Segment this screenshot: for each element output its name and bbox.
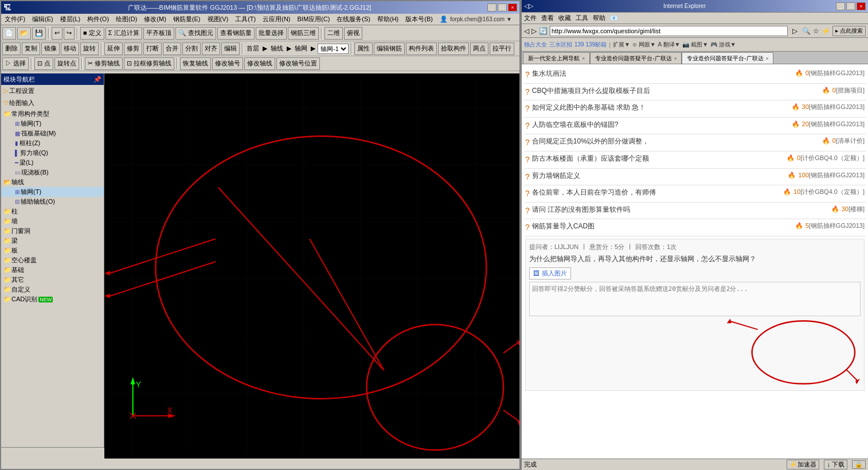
toolbar-element-list[interactable]: 构件列表 — [406, 42, 437, 55]
sidebar-item-axis-group[interactable]: 📂 轴线 — [1, 177, 104, 187]
menu-tools[interactable]: 工具(T) — [233, 14, 258, 24]
sidebar-item-beam-group[interactable]: 📁 梁 — [1, 236, 104, 246]
qa-item-1[interactable]: ? 集水坑画法 🔥 0 [钢筋抽样GGJ2013] — [524, 67, 866, 84]
toolbar-delete[interactable]: 删除 — [2, 42, 21, 55]
menu-help[interactable]: 帮助(H) — [375, 14, 401, 24]
sidebar-item-foundation[interactable]: 📁 基础 — [1, 265, 104, 275]
toolbar-rebar-3d[interactable]: 钢筋三维 — [288, 27, 319, 40]
menu-online[interactable]: 在线服务(S) — [334, 14, 373, 24]
sidebar-item-shear-wall[interactable]: ▌ 剪力墙(Q) — [1, 148, 104, 158]
toolbar-copy[interactable]: 复制 — [22, 42, 40, 55]
toolbar-rotate-point[interactable]: 旋转点 — [54, 57, 79, 70]
browser-maximize[interactable]: □ — [846, 2, 855, 10]
accelerate-btn[interactable]: ⚡加速器 — [787, 460, 819, 469]
toolbar-point[interactable]: ⊡ 点 — [34, 57, 53, 70]
sidebar-item-common[interactable]: 📁 常用构件类型 — [1, 109, 104, 119]
single-component-input[interactable]: 单构件输入 — [1, 447, 104, 459]
qa-item-6[interactable]: ? 防古木板楼面（承重）应该套哪个定额 🔥 0 [计价GBQ4.0（定额）] — [524, 152, 866, 169]
tool-139[interactable]: 139 139邮箱 — [574, 41, 607, 49]
browser-refresh-btn[interactable]: 🔄 — [539, 27, 548, 35]
toolbar-select[interactable]: ▷ 选择 — [2, 57, 29, 70]
sidebar-pin[interactable]: 📌 — [93, 76, 101, 83]
toolbar-find[interactable]: 🔍 查找图元 — [175, 27, 216, 40]
close-button[interactable]: × — [508, 3, 517, 11]
toolbar-merge[interactable]: 合并 — [163, 42, 181, 55]
toolbar-batch-select[interactable]: 批量选择 — [256, 27, 287, 40]
menu-version[interactable]: 版本号(B) — [403, 14, 435, 24]
menu-cloud[interactable]: 云应用(N) — [260, 14, 292, 24]
sidebar-item-other[interactable]: 📁 其它 — [1, 275, 104, 285]
toolbar-flatten[interactable]: 平齐板顶 — [143, 27, 174, 40]
sidebar-item-aux-axis[interactable]: ⊟ 辅助轴线(O) — [1, 197, 104, 207]
minimize-button[interactable]: _ — [487, 3, 496, 11]
tab2-close[interactable]: × — [674, 56, 677, 61]
bmenu-help[interactable]: 帮助 — [593, 14, 605, 22]
toolbar-edit-rebar2[interactable]: 编辑钢筋 — [374, 42, 405, 55]
toolbar-undo[interactable]: ↩ — [52, 27, 62, 40]
sidebar-project-header[interactable]: ▷ 工程设置 — [1, 86, 104, 96]
tool-sanshui[interactable]: 三水区招 — [549, 41, 572, 49]
toolbar-trim[interactable]: 修剪 — [124, 42, 142, 55]
address-input[interactable] — [550, 26, 788, 36]
toolbar-move[interactable]: 移动 — [61, 42, 79, 55]
qa-item-9[interactable]: ? 请问 江苏的没有图形算量软件吗 🔥 30 [楼梯] — [524, 203, 866, 220]
sidebar-item-slab-group[interactable]: 📁 板 — [1, 246, 104, 255]
toolbar-drag-trim[interactable]: ⊡ 拉框修剪轴线 — [124, 57, 174, 70]
insert-image-button[interactable]: 🖼 插入图片 — [529, 267, 571, 279]
tool-games[interactable]: 🎮 游戏▼ — [710, 41, 736, 49]
tool-extend[interactable]: 扩展▼ — [613, 41, 630, 49]
addr-go-btn[interactable]: ▷ — [790, 27, 800, 35]
bmenu-email[interactable]: 📧 — [610, 14, 618, 22]
toolbar-property[interactable]: 属性 — [354, 42, 373, 55]
tool-net[interactable]: ⊙ 网眼▼ — [632, 41, 656, 49]
toolbar-split[interactable]: 分割 — [182, 42, 201, 55]
toolbar-edit-rebar[interactable]: 编辑 — [221, 42, 240, 55]
sidebar-item-cad[interactable]: 📁 CAD识别 NEW — [1, 294, 104, 304]
canvas-area[interactable]: Y X — [104, 73, 519, 459]
toolbar-pick[interactable]: 拾取构件 — [438, 42, 469, 55]
toolbar-define[interactable]: ■ 定义 — [80, 27, 104, 40]
menu-draw[interactable]: 绘图(D) — [114, 14, 139, 24]
browser-tab-3[interactable]: 专业造价问题答疑平台-广联达 × — [682, 52, 773, 64]
toolbar-parallel[interactable]: 拉平行 — [490, 42, 514, 55]
toolbar-modify-axis-line[interactable]: 修改轴线 — [244, 57, 275, 70]
menu-view[interactable]: 视图(V) — [205, 14, 231, 24]
browser-minimize[interactable]: _ — [836, 2, 845, 10]
bmenu-view[interactable]: 查看 — [541, 14, 554, 22]
toolbar-view-rebar[interactable]: 查看钢筋量 — [217, 27, 255, 40]
sidebar-draw-header[interactable]: ▽ 绘图输入 — [1, 98, 104, 108]
sidebar-item-custom[interactable]: 📁 自定义 — [1, 285, 104, 294]
sidebar-item-wall-group[interactable]: 📁 墙 — [1, 216, 104, 226]
qa-item-4[interactable]: ? 人防临空墙在底板中的锚固? 🔥 20 [钢筋抽样GGJ2013] — [524, 118, 866, 135]
toolbar-break[interactable]: 打断 — [143, 42, 162, 55]
answer-textarea[interactable] — [529, 282, 861, 316]
qa-item-7[interactable]: ? 剪力墙钢筋定义 🔥 100 [钢筋抽样GGJ2013] — [524, 169, 866, 186]
browser-nav-forward[interactable]: ▷ — [529, 2, 533, 10]
toolbar-two-points[interactable]: 两点 — [470, 42, 488, 55]
toolbar-extend[interactable]: 延伸 — [104, 42, 123, 55]
star-icon[interactable]: ☆ — [813, 27, 819, 35]
bmenu-bookmarks[interactable]: 收藏 — [558, 14, 571, 22]
download-btn[interactable]: ↓ 下载 — [824, 460, 847, 469]
toolbar-rotate[interactable]: 旋转 — [80, 42, 99, 55]
toolbar-new[interactable]: 📄 — [2, 27, 16, 40]
sidebar-item-hollow[interactable]: 📁 空心楼盖 — [1, 255, 104, 265]
tool-screenshot[interactable]: 📷 截图▼ — [682, 41, 708, 49]
qa-item-3[interactable]: ? 如何定义此图中的条形基础 求助 急！ 🔥 30 [钢筋抽样GGJ2013] — [524, 100, 866, 118]
bmenu-tools[interactable]: 工具 — [576, 14, 588, 22]
tool-all[interactable]: 独占大全 — [524, 41, 547, 49]
toolbar-2d[interactable]: 二维 — [324, 27, 343, 40]
menu-element[interactable]: 构件(O) — [85, 14, 111, 24]
toolbar-modify-num[interactable]: 修改轴号 — [212, 57, 243, 70]
toolbar-restore-axis[interactable]: 恢复轴线 — [180, 57, 211, 70]
menu-rebar[interactable]: 钢筋量(E) — [171, 14, 203, 24]
sidebar-item-raft[interactable]: ▦ 筏板基础(M) — [1, 129, 104, 138]
sidebar-item-grid[interactable]: ⊞ 轴网(T) — [1, 119, 104, 129]
filter-btn[interactable]: 🔒 — [852, 460, 866, 469]
tab1-close[interactable]: × — [582, 56, 585, 61]
toolbar-modify-pos[interactable]: 修改轴号位置 — [276, 57, 320, 70]
grid-select[interactable]: 轴网-1 — [318, 44, 349, 54]
sidebar-item-beam[interactable]: ━ 梁(L) — [1, 158, 104, 168]
qa-item-8[interactable]: ? 各位前辈，本人日前在学习造价，有师傅 🔥 10 [计价GBQ4.0（定额）] — [524, 185, 866, 203]
sidebar-item-pillar-group[interactable]: 📁 柱 — [1, 207, 104, 216]
